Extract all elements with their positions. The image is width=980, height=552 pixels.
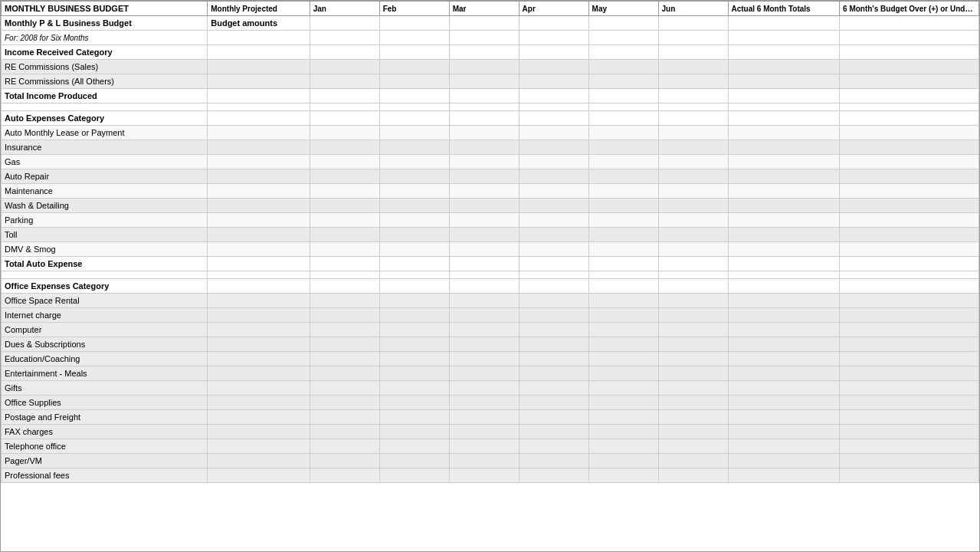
col-may-header: May: [588, 2, 658, 16]
table-row: Pager/VM: [2, 454, 979, 468]
table-row: Postage and Freight: [2, 410, 979, 425]
row-label[interactable]: Pager/VM: [2, 454, 208, 468]
table-row: Dues & Subscriptions: [2, 337, 979, 352]
total-row: Total Income Produced: [2, 89, 979, 104]
table-row: Office Space Rental: [2, 294, 979, 308]
col-feb-header: Feb: [379, 2, 449, 16]
table-row: DMV & Smog: [2, 242, 979, 257]
table-row: Entertainment - Meals: [2, 366, 979, 381]
row-label[interactable]: Education/Coaching: [2, 352, 208, 366]
row-label[interactable]: RE Commissions (All Others): [2, 74, 208, 89]
row-label[interactable]: Wash & Detailing: [2, 199, 208, 213]
col-projected-header: Monthly Projected: [208, 2, 310, 16]
subheader1-label[interactable]: Monthly P & L Business Budget: [2, 16, 208, 31]
table-row: Office Supplies: [2, 396, 979, 410]
table-row: Auto Repair: [2, 169, 979, 184]
row-label[interactable]: DMV & Smog: [2, 242, 208, 257]
row-label[interactable]: Telephone office: [2, 439, 208, 454]
table-row: Gifts: [2, 381, 979, 396]
subheader1-row: Monthly P & L Business Budget Budget amo…: [2, 16, 979, 31]
row-label[interactable]: Dues & Subscriptions: [2, 337, 208, 352]
row-label[interactable]: Toll: [2, 228, 208, 242]
spacer-row: [2, 104, 979, 111]
subheader2-row: For: 2008 for Six Months: [2, 31, 979, 45]
table-row: Gas: [2, 155, 979, 169]
row-label[interactable]: Insurance: [2, 140, 208, 155]
spreadsheet-container: MONTHLY BUSINESS BUDGET Monthly Projecte…: [0, 0, 980, 552]
col-jan-header: Jan: [310, 2, 379, 16]
table-row: Internet charge: [2, 308, 979, 323]
subheader1-projected[interactable]: Budget amounts: [208, 16, 310, 31]
row-label[interactable]: Office Supplies: [2, 396, 208, 410]
table-row: Auto Monthly Lease or Payment: [2, 126, 979, 140]
table-row: Insurance: [2, 140, 979, 155]
total-label[interactable]: Total Auto Expense: [2, 257, 208, 271]
table-row: Parking: [2, 213, 979, 228]
table-row: Education/Coaching: [2, 352, 979, 366]
col-actual-header: Actual 6 Month Totals: [728, 2, 840, 16]
table-row: FAX charges: [2, 425, 979, 439]
category-row: Income Received Category: [2, 45, 979, 60]
row-label[interactable]: Gas: [2, 155, 208, 169]
table-row: Maintenance: [2, 184, 979, 199]
category-label[interactable]: Auto Expenses Category: [2, 111, 208, 126]
row-label[interactable]: RE Commissions (Sales): [2, 60, 208, 74]
col-mar-header: Mar: [449, 2, 519, 16]
table-row: Computer: [2, 323, 979, 337]
total-row: Total Auto Expense: [2, 257, 979, 271]
row-label[interactable]: Parking: [2, 213, 208, 228]
col-budget6-header: 6 Month's Budget Over (+) or Under (-): [840, 2, 979, 16]
table-row: RE Commissions (Sales): [2, 60, 979, 74]
table-title: MONTHLY BUSINESS BUDGET: [2, 2, 208, 16]
subheader2-label: For: 2008 for Six Months: [2, 31, 208, 45]
row-label[interactable]: Office Space Rental: [2, 294, 208, 308]
table-row: RE Commissions (All Others): [2, 74, 979, 89]
col-jun-header: Jun: [658, 2, 728, 16]
row-label[interactable]: Gifts: [2, 381, 208, 396]
header-row: MONTHLY BUSINESS BUDGET Monthly Projecte…: [2, 2, 979, 16]
category-row: Auto Expenses Category: [2, 111, 979, 126]
row-label[interactable]: Computer: [2, 323, 208, 337]
table-row: Toll: [2, 228, 979, 242]
row-label[interactable]: Professional fees: [2, 468, 208, 483]
row-label[interactable]: Auto Repair: [2, 169, 208, 184]
category-row: Office Expenses Category: [2, 279, 979, 294]
col-apr-header: Apr: [519, 2, 588, 16]
row-label[interactable]: Maintenance: [2, 184, 208, 199]
table-row: Wash & Detailing: [2, 199, 979, 213]
table-row: Professional fees: [2, 468, 979, 483]
spacer-row: [2, 271, 979, 279]
table-row: Telephone office: [2, 439, 979, 454]
row-label[interactable]: Auto Monthly Lease or Payment: [2, 126, 208, 140]
row-label[interactable]: FAX charges: [2, 425, 208, 439]
category-label[interactable]: Office Expenses Category: [2, 279, 208, 294]
row-label[interactable]: Entertainment - Meals: [2, 366, 208, 381]
budget-table: MONTHLY BUSINESS BUDGET Monthly Projecte…: [1, 1, 979, 483]
row-label[interactable]: Internet charge: [2, 308, 208, 323]
row-label[interactable]: Postage and Freight: [2, 410, 208, 425]
category-label[interactable]: Income Received Category: [2, 45, 208, 60]
total-label[interactable]: Total Income Produced: [2, 89, 208, 104]
